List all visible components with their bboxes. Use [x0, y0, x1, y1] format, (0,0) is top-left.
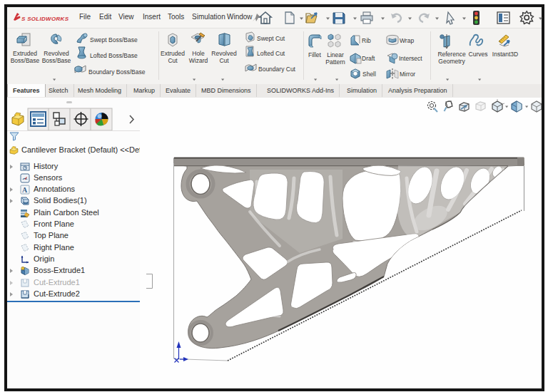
svg-text:S SOLIDWORKS: S SOLIDWORKS [21, 16, 69, 22]
svg-text:A: A [22, 186, 28, 194]
